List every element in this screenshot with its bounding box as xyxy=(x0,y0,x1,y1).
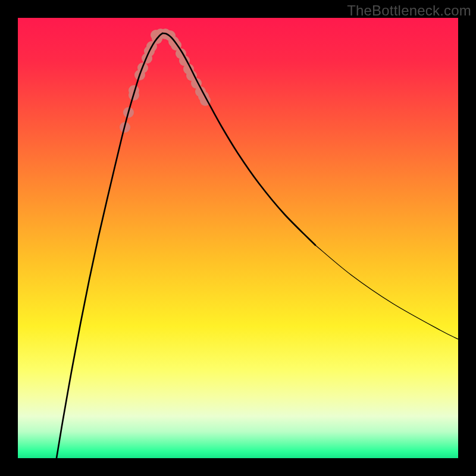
chart-svg xyxy=(18,18,458,458)
curve-left-branch xyxy=(57,33,162,458)
curve-right-branch-thin xyxy=(315,245,458,339)
outer-frame: TheBottleneck.com xyxy=(0,0,476,476)
watermark-text: TheBottleneck.com xyxy=(347,2,471,19)
plot-area xyxy=(18,18,458,458)
